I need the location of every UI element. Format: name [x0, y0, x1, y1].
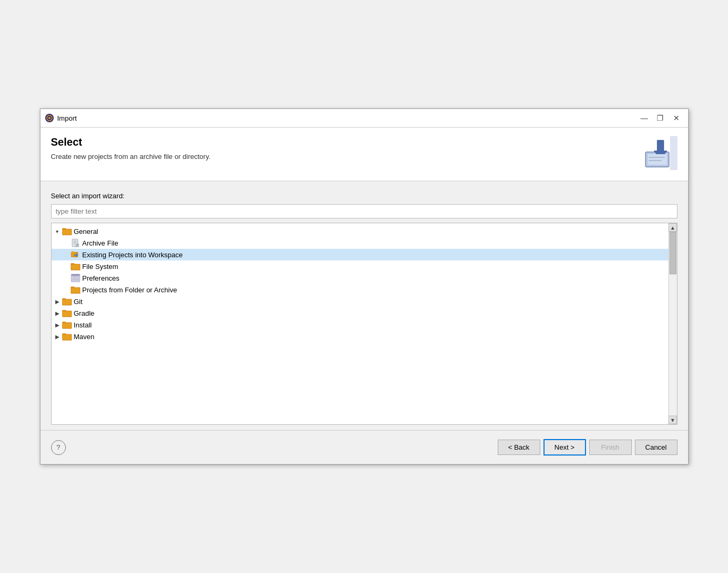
tree-item-existing-projects[interactable]: Existing Projects into Workspace — [52, 249, 668, 260]
bottom-bar: ? < Back Next > Finish Cancel — [40, 430, 688, 464]
item-label-gradle: Gradle — [74, 309, 95, 317]
titlebar-title: Import — [57, 114, 634, 122]
scroll-thumb-area — [669, 232, 677, 416]
header-section: Select Create new projects from an archi… — [40, 128, 688, 181]
folder-icon-projects — [71, 285, 80, 294]
svg-rect-9 — [670, 136, 677, 170]
tree-item-file-system[interactable]: File System — [52, 260, 668, 272]
cancel-button[interactable]: Cancel — [635, 440, 677, 455]
minimize-button[interactable]: — — [637, 112, 652, 124]
next-button[interactable]: Next > — [543, 439, 586, 456]
titlebar-controls: — ❐ ✕ — [637, 112, 684, 124]
help-button[interactable]: ? — [51, 440, 66, 455]
folder-icon-general — [62, 227, 72, 235]
import-dialog: Import — ❐ ✕ Select Create new projects … — [40, 108, 689, 465]
tree-container: ▾ General — [51, 223, 677, 425]
restore-button[interactable]: ❐ — [653, 112, 668, 124]
scroll-down-arrow[interactable]: ▼ — [668, 416, 677, 424]
archive-file-icon — [71, 239, 80, 247]
content-section: Select an import wizard: ▾ General — [40, 181, 688, 430]
toggle-gradle: ▶ — [54, 310, 61, 316]
wizard-label: Select an import wizard: — [51, 192, 677, 200]
app-icon — [45, 113, 54, 123]
folder-icon-maven — [62, 332, 72, 341]
import-icon — [643, 136, 677, 170]
folder-icon-install — [62, 321, 72, 329]
tree-item-gradle[interactable]: ▶ Gradle — [52, 307, 668, 319]
item-label-preferences: Preferences — [82, 274, 120, 282]
item-label-existing-projects: Existing Projects into Workspace — [82, 251, 183, 259]
svg-rect-6 — [648, 154, 667, 165]
close-button[interactable]: ✕ — [669, 112, 684, 124]
item-label-archive-file: Archive File — [82, 239, 119, 247]
filter-input[interactable] — [51, 204, 677, 218]
item-label-projects-folder: Projects from Folder or Archive — [82, 286, 177, 294]
tree-item-general[interactable]: ▾ General — [52, 225, 668, 237]
toggle-install: ▶ — [54, 322, 61, 328]
scroll-up-arrow[interactable]: ▲ — [668, 223, 677, 232]
item-label-install: Install — [74, 321, 92, 329]
tree-item-preferences[interactable]: Preferences — [52, 272, 668, 284]
svg-point-2 — [48, 117, 51, 119]
svg-rect-21 — [71, 251, 73, 253]
header-left: Select Create new projects from an archi… — [51, 136, 211, 161]
toggle-general: ▾ — [54, 229, 61, 234]
toggle-git: ▶ — [54, 299, 61, 305]
titlebar: Import — ❐ ✕ — [40, 109, 688, 128]
tree-list: ▾ General — [52, 223, 668, 424]
item-label-general: General — [74, 227, 98, 235]
page-title: Select — [51, 136, 211, 148]
item-label-maven: Maven — [74, 333, 95, 341]
folder-icon-gradle — [62, 309, 72, 317]
tree-item-archive-file[interactable]: Archive File — [52, 237, 668, 249]
scroll-thumb[interactable] — [670, 232, 676, 274]
tree-item-maven[interactable]: ▶ Maven — [52, 331, 668, 342]
svg-rect-30 — [71, 274, 80, 276]
finish-button[interactable]: Finish — [589, 440, 632, 455]
tree-item-git[interactable]: ▶ Git — [52, 296, 668, 307]
folder-icon-git — [62, 297, 72, 306]
page-description: Create new projects from an archive file… — [51, 153, 211, 161]
tree-item-projects-folder[interactable]: Projects from Folder or Archive — [52, 284, 668, 296]
preferences-icon — [71, 274, 80, 282]
existing-projects-icon — [71, 250, 80, 259]
folder-icon-filesystem — [71, 262, 80, 271]
tree-item-install[interactable]: ▶ Install — [52, 319, 668, 331]
back-button[interactable]: < Back — [498, 440, 540, 455]
item-label-git: Git — [74, 298, 83, 306]
toggle-maven: ▶ — [54, 334, 61, 340]
scrollbar: ▲ ▼ — [668, 223, 677, 424]
item-label-file-system: File System — [82, 263, 119, 271]
